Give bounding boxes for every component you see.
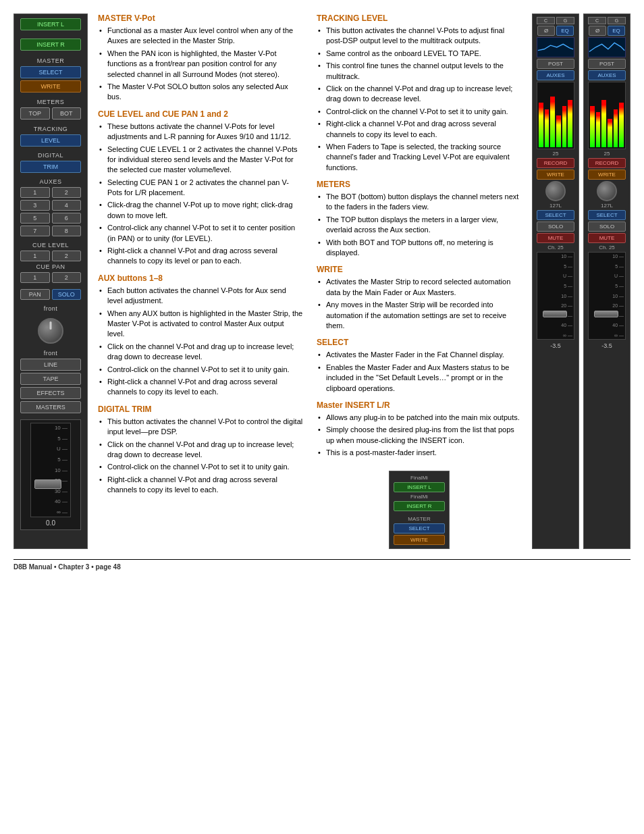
- page-footer-text: D8B Manual • Chapter 3 • page 48: [14, 563, 121, 571]
- aux-7-button[interactable]: 7: [20, 226, 50, 236]
- aux-1-button[interactable]: 1: [20, 187, 50, 198]
- cs1-fader-5: 5 —: [539, 264, 572, 269]
- insert-select-button[interactable]: SELECT: [394, 523, 445, 533]
- trim-button[interactable]: TRIM: [20, 161, 81, 173]
- master-vpot-list: Functional as a master Aux level control…: [98, 26, 303, 103]
- cs2-g-button[interactable]: G: [608, 17, 626, 24]
- cs2-solo-button[interactable]: SOLO: [588, 221, 626, 232]
- digital-label: DIGITAL: [38, 152, 63, 159]
- cs1-meter-bar-3: [550, 97, 555, 147]
- aux-buttons-list: Each button activates the channel V-Pots…: [98, 286, 303, 398]
- tracking-bullet-4: Click on the channel V-Pot and drag up t…: [317, 84, 522, 105]
- cue-level-label: CUE LEVEL: [32, 242, 69, 249]
- cs2-post-button[interactable]: POST: [588, 59, 626, 69]
- digital-bullet-3: Control-click on the channel V-Pot to se…: [98, 462, 303, 472]
- cs2-fader[interactable]: 10 — 5 — U — 5 — 10 — 20 — 30 — 40 — ∞ —: [588, 252, 626, 340]
- fader-scale[interactable]: 10 — 5 — U — 5 — 10 — 20 — 30 — 40 — ∞ —: [30, 423, 71, 517]
- cs1-ch-label: Ch. 25: [547, 244, 564, 251]
- cs1-record-button[interactable]: RECORD: [537, 158, 574, 168]
- cs1-solo-button[interactable]: SOLO: [537, 221, 574, 232]
- cs1-auxes-button[interactable]: AUXES: [537, 70, 574, 80]
- insert-write-button[interactable]: WRITE: [394, 535, 445, 545]
- cs1-fader-thumb[interactable]: [543, 311, 567, 317]
- cs2-eq-display: [588, 37, 626, 57]
- select-bullet-1: Activates the Master Fader in the Fat Ch…: [317, 350, 522, 360]
- cs1-select-button[interactable]: SELECT: [537, 210, 574, 220]
- aux-bullet-1: Each button activates the channel V-Pots…: [98, 286, 303, 307]
- channel-strip-2: C G Ø EQ POST AUXES: [583, 14, 630, 549]
- cs1-fader[interactable]: 10 — 5 — U — 5 — 10 — 20 — 30 — 40 — ∞ —: [537, 252, 574, 340]
- tape-button[interactable]: TAPE: [20, 373, 81, 385]
- cs2-meter-bars: [589, 82, 625, 149]
- cue-pan-1-button[interactable]: 1: [20, 272, 50, 283]
- line-button[interactable]: LINE: [20, 359, 81, 371]
- insert-r-button[interactable]: INSERT R: [20, 38, 81, 51]
- insert-l-mini-button[interactable]: INSERT L: [394, 482, 445, 492]
- aux-4-button[interactable]: 4: [52, 200, 82, 211]
- cs2-fader-40: 40 —: [590, 323, 624, 328]
- aux-5-button[interactable]: 5: [20, 213, 50, 224]
- cs1-eq-display: [537, 37, 574, 57]
- write-button[interactable]: WRITE: [20, 80, 81, 93]
- insert-r-mini-button[interactable]: INSERT R: [394, 501, 445, 511]
- cs2-record-button[interactable]: RECORD: [588, 158, 626, 168]
- cs2-knob[interactable]: [597, 181, 617, 201]
- cs2-select-button[interactable]: SELECT: [588, 210, 626, 220]
- cs2-fader-20: 20 —: [590, 303, 624, 308]
- cs2-fader-10b: 10 —: [590, 294, 624, 298]
- insert-l-button[interactable]: INSERT L: [20, 18, 81, 30]
- meters-bullet-3: With both BOT and TOP buttons off, no me…: [317, 238, 522, 259]
- cue-level-pan-title: CUE LEVEL and CUE PAN 1 and 2: [98, 109, 303, 119]
- cue-pan-2-button[interactable]: 2: [52, 272, 82, 283]
- cs2-c-button[interactable]: C: [588, 17, 606, 24]
- aux-row-1: 1 2: [20, 187, 81, 198]
- aux-8-button[interactable]: 8: [52, 226, 82, 236]
- master-insert-title: Master INSERT L/R: [317, 400, 522, 410]
- cs1-c-button[interactable]: C: [537, 17, 555, 24]
- pan-button[interactable]: PAN: [20, 289, 50, 300]
- cs1-mute-button[interactable]: MUTE: [537, 233, 574, 243]
- select-button[interactable]: SELECT: [20, 66, 81, 78]
- cs1-phase-button[interactable]: Ø: [537, 26, 555, 36]
- cue-level-pan-list: These buttons activate the channel V-Pot…: [98, 122, 303, 267]
- cs1-eq-button[interactable]: EQ: [556, 26, 574, 36]
- cs2-fader-value: -3.5: [601, 342, 612, 349]
- cs1-g-button[interactable]: G: [556, 17, 574, 24]
- cs2-meter-display: [588, 82, 626, 149]
- auxes-label: AUXES: [39, 178, 61, 185]
- cs2-auxes-button[interactable]: AUXES: [588, 70, 626, 80]
- masters-button[interactable]: MASTERS: [20, 401, 81, 413]
- footer: D8B Manual • Chapter 3 • page 48: [14, 559, 630, 571]
- cs2-write-button[interactable]: WRITE: [588, 170, 626, 180]
- cs1-knob[interactable]: [545, 181, 566, 201]
- cue-level-1-button[interactable]: 1: [20, 251, 50, 261]
- cs2-eq-button[interactable]: EQ: [608, 26, 625, 36]
- cs2-fader-pos-label: 25: [604, 151, 610, 157]
- cs2-mute-button[interactable]: MUTE: [588, 233, 626, 243]
- aux-3-button[interactable]: 3: [20, 200, 50, 211]
- fader-mark-10: 10 —: [34, 425, 68, 431]
- fader-mark-10b: 10 —: [34, 467, 68, 473]
- fader-thumb[interactable]: [34, 479, 61, 489]
- aux-bullet-3: Click on the channel V-Pot and drag up t…: [98, 342, 303, 363]
- meters-list: The BOT (bottom) button displays the cha…: [317, 192, 522, 258]
- aux-6-button[interactable]: 6: [52, 213, 82, 224]
- effects-button[interactable]: EFFECTS: [20, 387, 81, 399]
- cue-bullet-6: Right-click a channel V-Pot and drag acr…: [98, 246, 303, 267]
- pan-knob[interactable]: [38, 318, 63, 344]
- level-button[interactable]: LEVEL: [20, 134, 81, 147]
- top-button[interactable]: TOP: [20, 107, 50, 120]
- bot-button[interactable]: BOT: [52, 107, 82, 120]
- cs1-post-button[interactable]: POST: [537, 59, 574, 69]
- cs2-phase-button[interactable]: Ø: [589, 26, 606, 36]
- tracking-bullet-6: Right-click a channel V-Pot and drag acr…: [317, 119, 522, 140]
- write-list: Activates the Master Strip to record sel…: [317, 277, 522, 331]
- solo-button[interactable]: SOLO: [52, 289, 82, 300]
- main-content: INSERT L INSERT R MASTER SELECT WRITE ME…: [14, 14, 630, 549]
- cue-level-2-button[interactable]: 2: [52, 251, 82, 261]
- cs2-meter-bar-3: [601, 100, 606, 148]
- aux-2-button[interactable]: 2: [52, 187, 82, 198]
- aux-bullet-4: Control-click on the channel V-Pot to se…: [98, 365, 303, 375]
- cs2-fader-thumb[interactable]: [594, 311, 618, 317]
- cs1-write-button[interactable]: WRITE: [537, 170, 574, 180]
